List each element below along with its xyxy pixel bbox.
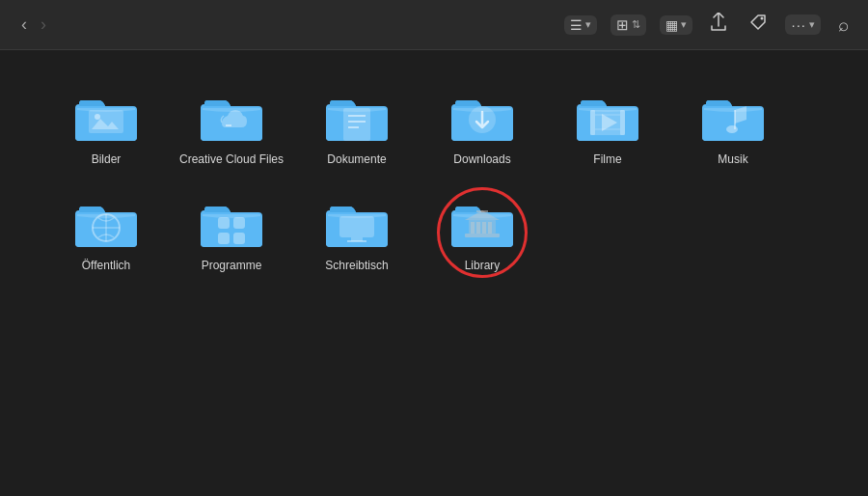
nav-controls: ‹ › [15,11,52,39]
folder-item-dokumente[interactable]: Dokumente [299,79,415,176]
search-icon[interactable]: ⌕ [834,11,853,40]
share-icon[interactable] [706,9,731,41]
svg-rect-9 [590,110,595,135]
music-folder-icon [698,87,768,145]
svg-rect-18 [233,217,245,229]
folder-label-creative-cloud-files: Creative Cloud Files [179,152,284,168]
back-button[interactable]: ‹ [15,11,33,39]
toolbar-controls: ☰ ▾ ⊞ ⇅ ▦ ▾ ··· ▾ ⌕ [564,9,853,41]
forward-button[interactable]: › [35,11,52,39]
desktop-folder-icon [322,193,392,251]
list-view-toggle[interactable]: ☰ ▾ [564,15,597,35]
main-content: Bilder Creative Cloud Files [0,50,868,310]
svg-rect-20 [233,233,245,244]
folder-item-library[interactable]: Library [424,185,540,282]
folder-item-bilder[interactable]: Bilder [48,79,164,176]
folder-item-schreibtisch[interactable]: Schreibtisch [299,185,415,282]
folder-item-programme[interactable]: Programme [174,185,289,282]
folder-label-dokumente: Dokumente [327,152,386,168]
folder-item-filme[interactable]: Filme [550,79,665,176]
more-options-icon: ··· [791,16,806,33]
library-folder-icon [448,193,517,251]
svg-rect-24 [465,234,500,237]
folder-item-oeffentlich[interactable]: Öffentlich [48,185,164,282]
svg-rect-17 [218,217,230,229]
film-folder-icon [573,87,642,145]
list-view-chevron: ▾ [585,18,591,31]
svg-point-15 [726,125,738,133]
svg-rect-29 [488,222,492,234]
folder-label-programme: Programme [202,259,262,274]
svg-rect-28 [482,222,486,234]
more-options-button[interactable]: ··· ▾ [785,14,821,35]
grouped-view-icon: ▦ [665,17,678,33]
svg-rect-1 [89,110,123,133]
apps-folder-icon [197,193,266,251]
folder-item-creative-cloud-files[interactable]: Creative Cloud Files [174,79,289,176]
svg-rect-19 [218,233,230,244]
public-folder-icon [71,193,141,251]
folder-grid: Bilder Creative Cloud Files [48,79,820,281]
toolbar: ‹ › ☰ ▾ ⊞ ⇅ ▦ ▾ [0,0,868,50]
folder-item-downloads[interactable]: Downloads [424,79,540,176]
more-options-chevron: ▾ [809,18,815,31]
svg-rect-26 [471,222,475,234]
grid-view-icon: ⊞ [616,16,629,34]
document-folder-icon [322,87,392,145]
svg-rect-3 [343,108,370,141]
creative-cloud-folder-icon [197,87,266,145]
folder-label-filme: Filme [593,152,621,168]
folder-label-library: Library [465,259,501,274]
folder-label-musik: Musik [718,152,747,168]
folder-label-schreibtisch: Schreibtisch [325,259,388,274]
svg-point-2 [95,114,100,120]
grid-view-chevron: ⇅ [632,18,640,31]
tag-icon[interactable] [745,9,772,41]
image-folder-icon [71,87,141,145]
grid-view-toggle[interactable]: ⊞ ⇅ [610,14,646,36]
download-folder-icon [448,87,517,145]
svg-rect-27 [476,222,480,234]
grouped-view-toggle[interactable]: ▦ ▾ [660,15,692,35]
svg-point-0 [761,17,764,20]
svg-rect-21 [339,216,374,237]
folder-label-bilder: Bilder [92,152,122,168]
folder-label-downloads: Downloads [453,152,510,168]
list-view-icon: ☰ [570,17,583,33]
folder-label-oeffentlich: Öffentlich [82,259,130,274]
svg-rect-10 [620,110,625,135]
grouped-view-chevron: ▾ [681,18,687,31]
svg-rect-31 [476,210,488,212]
folder-item-musik[interactable]: Musik [675,79,791,176]
